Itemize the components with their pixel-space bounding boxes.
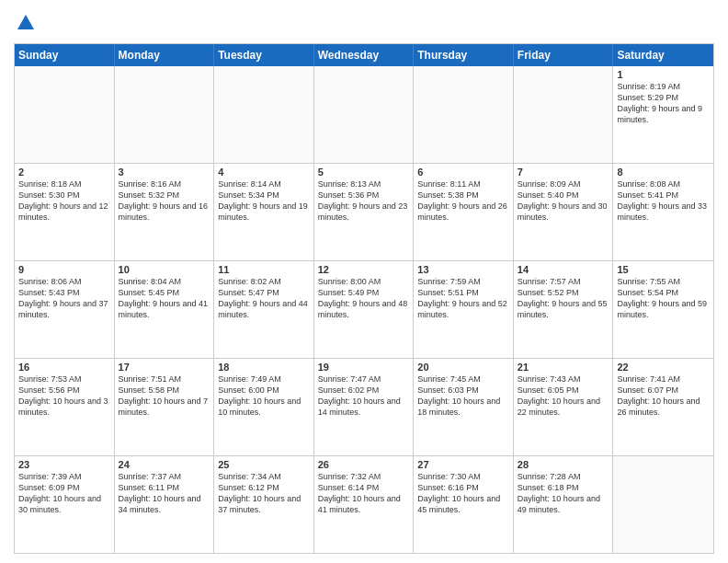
weekday-header: Wednesday <box>314 44 415 66</box>
weekday-header: Saturday <box>613 44 713 66</box>
calendar-cell: 19Sunrise: 7:47 AMSunset: 6:02 PMDayligh… <box>314 359 415 455</box>
day-info: Sunrise: 7:55 AMSunset: 5:54 PMDaylight:… <box>617 276 710 321</box>
weekday-header: Sunday <box>15 44 115 66</box>
day-info: Sunrise: 7:45 AMSunset: 6:03 PMDaylight:… <box>417 373 509 419</box>
calendar-cell: 21Sunrise: 7:43 AMSunset: 6:05 PMDayligh… <box>514 359 614 455</box>
day-number: 27 <box>417 459 509 470</box>
calendar-cell <box>115 66 215 163</box>
day-number: 23 <box>18 459 110 470</box>
day-number: 19 <box>318 362 410 373</box>
calendar-cell: 17Sunrise: 7:51 AMSunset: 5:58 PMDayligh… <box>115 359 215 455</box>
calendar-cell: 16Sunrise: 7:53 AMSunset: 5:56 PMDayligh… <box>15 359 115 455</box>
calendar-cell: 2Sunrise: 8:18 AMSunset: 5:30 PMDaylight… <box>15 164 115 260</box>
day-number: 10 <box>119 264 210 275</box>
day-number: 12 <box>318 264 410 275</box>
day-number: 25 <box>218 459 310 470</box>
day-info: Sunrise: 7:51 AMSunset: 5:58 PMDaylight:… <box>119 373 210 419</box>
calendar-cell: 13Sunrise: 7:59 AMSunset: 5:51 PMDayligh… <box>414 261 514 358</box>
logo-icon <box>16 13 36 33</box>
calendar-row: 16Sunrise: 7:53 AMSunset: 5:56 PMDayligh… <box>15 359 713 456</box>
page: SundayMondayTuesdayWednesdayThursdayFrid… <box>0 0 728 563</box>
calendar-cell: 23Sunrise: 7:39 AMSunset: 6:09 PMDayligh… <box>15 456 115 553</box>
calendar-cell: 28Sunrise: 7:28 AMSunset: 6:18 PMDayligh… <box>514 456 614 553</box>
calendar-cell: 20Sunrise: 7:45 AMSunset: 6:03 PMDayligh… <box>414 359 514 455</box>
calendar-row: 9Sunrise: 8:06 AMSunset: 5:43 PMDaylight… <box>15 261 713 359</box>
calendar-cell: 5Sunrise: 8:13 AMSunset: 5:36 PMDaylight… <box>314 164 415 260</box>
calendar-cell: 10Sunrise: 8:04 AMSunset: 5:45 PMDayligh… <box>115 261 215 358</box>
weekday-header: Monday <box>115 44 215 66</box>
day-info: Sunrise: 8:14 AMSunset: 5:34 PMDaylight:… <box>218 178 310 224</box>
day-number: 17 <box>119 362 210 373</box>
calendar-cell: 18Sunrise: 7:49 AMSunset: 6:00 PMDayligh… <box>214 359 314 455</box>
weekday-header: Thursday <box>414 44 514 66</box>
calendar-cell: 27Sunrise: 7:30 AMSunset: 6:16 PMDayligh… <box>414 456 514 553</box>
calendar-cell: 12Sunrise: 8:00 AMSunset: 5:49 PMDayligh… <box>314 261 415 358</box>
calendar-cell: 4Sunrise: 8:14 AMSunset: 5:34 PMDaylight… <box>214 164 314 260</box>
day-number: 28 <box>518 459 609 470</box>
calendar-cell: 24Sunrise: 7:37 AMSunset: 6:11 PMDayligh… <box>115 456 215 553</box>
calendar-cell: 3Sunrise: 8:16 AMSunset: 5:32 PMDaylight… <box>115 164 215 260</box>
calendar-row: 23Sunrise: 7:39 AMSunset: 6:09 PMDayligh… <box>15 456 713 553</box>
day-info: Sunrise: 7:53 AMSunset: 5:56 PMDaylight:… <box>18 373 110 419</box>
day-info: Sunrise: 7:41 AMSunset: 6:07 PMDaylight:… <box>617 373 710 419</box>
day-number: 20 <box>417 362 509 373</box>
calendar-cell: 7Sunrise: 8:09 AMSunset: 5:40 PMDaylight… <box>514 164 614 260</box>
calendar-row: 1Sunrise: 8:19 AMSunset: 5:29 PMDaylight… <box>15 66 713 164</box>
day-info: Sunrise: 7:49 AMSunset: 6:00 PMDaylight:… <box>218 373 310 419</box>
day-info: Sunrise: 8:04 AMSunset: 5:45 PMDaylight:… <box>119 276 210 321</box>
day-info: Sunrise: 8:00 AMSunset: 5:49 PMDaylight:… <box>318 276 410 321</box>
day-info: Sunrise: 8:19 AMSunset: 5:29 PMDaylight:… <box>617 81 710 126</box>
calendar-cell: 15Sunrise: 7:55 AMSunset: 5:54 PMDayligh… <box>613 261 713 358</box>
calendar-cell <box>15 66 115 163</box>
calendar-cell: 26Sunrise: 7:32 AMSunset: 6:14 PMDayligh… <box>314 456 415 553</box>
calendar-cell: 14Sunrise: 7:57 AMSunset: 5:52 PMDayligh… <box>514 261 614 358</box>
day-number: 24 <box>119 459 210 470</box>
day-info: Sunrise: 7:34 AMSunset: 6:12 PMDaylight:… <box>218 471 310 516</box>
day-info: Sunrise: 7:28 AMSunset: 6:18 PMDaylight:… <box>518 471 609 516</box>
weekday-header: Friday <box>514 44 614 66</box>
day-number: 8 <box>617 167 710 178</box>
day-number: 5 <box>318 167 410 178</box>
logo-text <box>14 13 36 38</box>
day-number: 13 <box>417 264 509 275</box>
day-number: 14 <box>518 264 609 275</box>
day-number: 15 <box>617 264 710 275</box>
calendar-cell: 22Sunrise: 7:41 AMSunset: 6:07 PMDayligh… <box>613 359 713 455</box>
calendar-cell <box>514 66 614 163</box>
day-info: Sunrise: 8:13 AMSunset: 5:36 PMDaylight:… <box>318 178 410 224</box>
header <box>14 9 714 38</box>
day-number: 11 <box>218 264 310 275</box>
day-info: Sunrise: 8:11 AMSunset: 5:38 PMDaylight:… <box>417 178 509 224</box>
day-info: Sunrise: 7:59 AMSunset: 5:51 PMDaylight:… <box>417 276 509 321</box>
calendar: SundayMondayTuesdayWednesdayThursdayFrid… <box>14 43 714 554</box>
day-info: Sunrise: 7:37 AMSunset: 6:11 PMDaylight:… <box>119 471 210 516</box>
day-info: Sunrise: 8:06 AMSunset: 5:43 PMDaylight:… <box>18 276 110 321</box>
day-number: 7 <box>518 167 609 178</box>
day-number: 16 <box>18 362 110 373</box>
calendar-cell <box>414 66 514 163</box>
calendar-cell: 6Sunrise: 8:11 AMSunset: 5:38 PMDaylight… <box>414 164 514 260</box>
calendar-cell: 25Sunrise: 7:34 AMSunset: 6:12 PMDayligh… <box>214 456 314 553</box>
day-info: Sunrise: 7:57 AMSunset: 5:52 PMDaylight:… <box>518 276 609 321</box>
day-number: 2 <box>18 167 110 178</box>
calendar-header: SundayMondayTuesdayWednesdayThursdayFrid… <box>15 44 713 66</box>
calendar-cell <box>613 456 713 553</box>
day-info: Sunrise: 7:32 AMSunset: 6:14 PMDaylight:… <box>318 471 410 516</box>
day-number: 3 <box>119 167 210 178</box>
day-info: Sunrise: 7:39 AMSunset: 6:09 PMDaylight:… <box>18 471 110 516</box>
day-number: 1 <box>617 69 710 80</box>
day-number: 6 <box>417 167 509 178</box>
day-number: 22 <box>617 362 710 373</box>
day-number: 4 <box>218 167 310 178</box>
svg-marker-0 <box>17 15 34 29</box>
calendar-cell <box>214 66 314 163</box>
day-info: Sunrise: 7:43 AMSunset: 6:05 PMDaylight:… <box>518 373 609 419</box>
day-info: Sunrise: 8:02 AMSunset: 5:47 PMDaylight:… <box>218 276 310 321</box>
day-info: Sunrise: 7:47 AMSunset: 6:02 PMDaylight:… <box>318 373 410 419</box>
day-info: Sunrise: 8:18 AMSunset: 5:30 PMDaylight:… <box>18 178 110 224</box>
day-number: 9 <box>18 264 110 275</box>
calendar-cell <box>314 66 415 163</box>
calendar-cell: 9Sunrise: 8:06 AMSunset: 5:43 PMDaylight… <box>15 261 115 358</box>
day-number: 26 <box>318 459 410 470</box>
calendar-row: 2Sunrise: 8:18 AMSunset: 5:30 PMDaylight… <box>15 164 713 261</box>
